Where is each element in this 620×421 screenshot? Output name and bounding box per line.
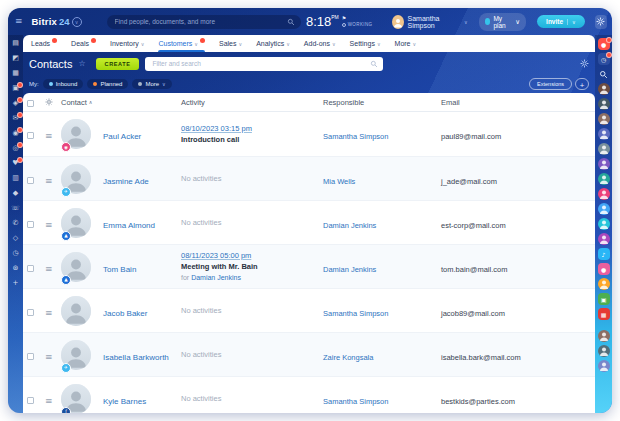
row-checkbox[interactable] (27, 353, 34, 360)
row-checkbox[interactable] (27, 309, 34, 316)
responsible-link[interactable]: Samantha Simpson (323, 309, 388, 318)
app-green-button[interactable]: ▣ (598, 293, 610, 305)
table-row[interactable]: ≡ ▲ Emma Almond (23, 200, 595, 244)
row-checkbox[interactable] (27, 177, 34, 184)
coworker-avatar[interactable] (598, 233, 610, 245)
add-section-icon[interactable]: + (10, 278, 21, 289)
contact-name-link[interactable]: Paul Acker (103, 132, 141, 141)
filter-search[interactable] (145, 57, 383, 71)
coworker-avatar[interactable] (598, 158, 610, 170)
responsible-link[interactable]: Zaire Kongsala (323, 353, 373, 362)
telephony-icon[interactable]: ✆ (10, 218, 21, 229)
mail-icon[interactable]: ✉ (10, 113, 21, 124)
filter-chip-more[interactable]: More ∨ (132, 79, 171, 89)
add-extension-button[interactable]: + (575, 78, 589, 90)
extensions-button[interactable]: Extensions (529, 78, 572, 90)
drive-icon[interactable]: ◈ (10, 98, 21, 109)
row-checkbox[interactable] (27, 132, 34, 139)
notifications-button[interactable]: ● (598, 38, 610, 50)
row-menu-icon[interactable]: ≡ (45, 131, 53, 141)
row-checkbox[interactable] (27, 265, 34, 272)
coworker-avatar[interactable] (598, 173, 610, 185)
coworker-avatar[interactable] (598, 218, 610, 230)
grid-settings-button[interactable] (45, 98, 61, 106)
coworker-avatar[interactable] (598, 345, 610, 357)
live-feed-icon[interactable]: ▤ (10, 38, 21, 49)
analytics-icon[interactable]: ◷ (10, 248, 21, 259)
invite-button[interactable]: Invite ∨ (537, 15, 585, 28)
responsible-link[interactable]: Mia Wells (323, 177, 355, 186)
activity-for-link[interactable]: Damian Jenkins (191, 274, 241, 281)
nav-item-inventory[interactable]: Inventory ∨ (110, 35, 144, 52)
nav-item-customers[interactable]: Customers ∨ (158, 35, 205, 52)
coworker-avatar[interactable] (598, 203, 610, 215)
nav-item-leads[interactable]: Leads ∨ (31, 35, 57, 52)
column-header-responsible[interactable]: Responsible (323, 98, 441, 107)
coworker-avatar[interactable] (598, 360, 610, 372)
coworker-avatar[interactable] (598, 113, 610, 125)
time-widget[interactable]: 8:18PM ⚑ WORKING (306, 15, 373, 28)
logo[interactable]: Bitrix 24 ∨ (32, 16, 82, 27)
row-checkbox[interactable] (27, 221, 34, 228)
coworker-avatar[interactable] (598, 98, 610, 110)
nav-item-settings[interactable]: Settings ∨ (350, 35, 381, 52)
coworker-avatar[interactable] (598, 143, 610, 155)
contact-name-link[interactable]: Isabella Barkworth (103, 353, 169, 362)
column-header-activity[interactable]: Activity (181, 98, 323, 107)
app-pink-button[interactable]: ● (598, 263, 610, 275)
messenger-icon[interactable]: ◩ (10, 53, 21, 64)
responsible-link[interactable]: Damian Jenkins (323, 265, 376, 274)
coworker-avatar[interactable] (598, 128, 610, 140)
app-red-button[interactable]: ▦ (598, 308, 610, 320)
automation-icon[interactable]: ◇ (10, 233, 21, 244)
responsible-link[interactable]: Samantha Simpson (323, 132, 388, 141)
crm-icon[interactable]: ◉ (10, 128, 21, 139)
contact-name-link[interactable]: Jasmine Ade (103, 177, 149, 186)
row-menu-icon[interactable]: ≡ (45, 264, 53, 274)
responsible-link[interactable]: Samantha Simpson (323, 397, 388, 406)
coworker-avatar[interactable] (598, 278, 610, 290)
coworker-avatar[interactable] (598, 188, 610, 200)
activity-date-link[interactable]: 08/11/2023 05:00 pm (181, 251, 251, 260)
nav-item-deals[interactable]: Deals ∨ (71, 35, 96, 52)
activity-date-link[interactable]: 08/10/2023 03:15 pm (181, 124, 252, 133)
table-row[interactable]: ≡ ◉ Paul Acker 08/10/2023 03:15 pm Intro… (23, 112, 595, 156)
docs-icon[interactable]: ▣ (10, 83, 21, 94)
table-row[interactable]: ≡ f Kyle Barnes (23, 376, 595, 413)
search-button[interactable] (598, 68, 610, 80)
settings-button[interactable] (595, 15, 607, 29)
marketing-icon[interactable]: ◆ (10, 188, 21, 199)
menu-icon[interactable]: ≡ (13, 17, 25, 26)
favorite-star-icon[interactable]: ☆ (78, 59, 85, 68)
contact-name-link[interactable]: Jacob Baker (103, 309, 147, 318)
nav-item-sales[interactable]: Sales ∨ (219, 35, 242, 52)
row-menu-icon[interactable]: ≡ (45, 352, 53, 362)
filter-chip-inbound[interactable]: Inbound ∨ (43, 79, 84, 89)
my-plan-button[interactable]: My plan ∨ (479, 13, 527, 31)
responsible-link[interactable]: Damian Jenkins (323, 221, 376, 230)
contact-name-link[interactable]: Kyle Barnes (103, 397, 146, 406)
sites-icon[interactable]: ♥ (10, 158, 21, 169)
global-search-input[interactable] (113, 17, 283, 26)
row-menu-icon[interactable]: ≡ (45, 308, 53, 318)
nav-item-add-ons[interactable]: Add-ons ∨ (304, 35, 336, 52)
calendar-icon[interactable]: ▦ (10, 68, 21, 79)
row-checkbox[interactable] (27, 397, 34, 404)
user-menu[interactable]: Samantha Simpson ∨ (392, 15, 468, 29)
contact-name-link[interactable]: Emma Almond (103, 221, 155, 230)
row-menu-icon[interactable]: ≡ (45, 396, 53, 406)
global-search[interactable] (107, 15, 301, 29)
settings-icon[interactable]: ⊛ (10, 263, 21, 274)
coworker-avatar[interactable] (598, 330, 610, 342)
tasks-icon[interactable]: ◎ (10, 143, 21, 154)
table-row[interactable]: ≡ ✈ Jasmine Ade (23, 156, 595, 200)
select-all-checkbox[interactable] (27, 100, 34, 107)
row-menu-icon[interactable]: ≡ (45, 220, 53, 230)
column-header-contact[interactable]: Contact ∧ (61, 98, 181, 107)
nav-item-more[interactable]: More ∨ (395, 35, 417, 52)
history-button[interactable]: ◷ (598, 53, 610, 65)
table-row[interactable]: ≡ ▲ Tom Bain 08/11/2023 05:00 pm Meeting… (23, 244, 595, 288)
music-button[interactable]: ♪ (598, 248, 610, 260)
filter-chip-planned[interactable]: Planned ∨ (87, 79, 128, 89)
coworker-avatar[interactable] (598, 83, 610, 95)
